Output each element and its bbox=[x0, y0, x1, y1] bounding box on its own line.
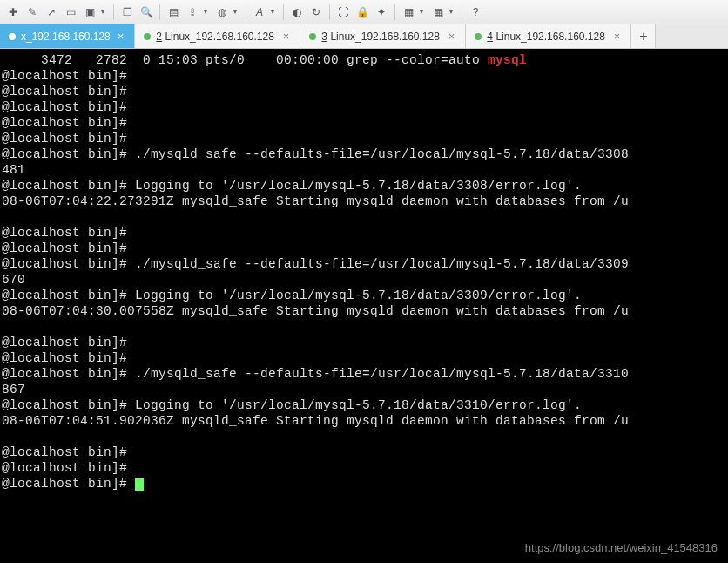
prompt-line: @localhost bin]# bbox=[2, 226, 135, 240]
prompt-line: @localhost bin]# bbox=[2, 100, 135, 114]
close-icon[interactable]: × bbox=[281, 30, 292, 43]
dropdown-icon[interactable]: ▾ bbox=[420, 8, 427, 16]
ps-output-line: 3472 2782 0 15:03 pts/0 00:00:00 grep --… bbox=[2, 53, 527, 67]
open-icon[interactable]: ▭ bbox=[63, 4, 78, 20]
tab-session-1[interactable]: x_192.168.160.128 × bbox=[0, 24, 135, 48]
status-dot-icon bbox=[144, 33, 151, 40]
pin-icon[interactable]: ✦ bbox=[374, 4, 389, 20]
output-line: 08-06T07:04:30.007558Z mysqld_safe Start… bbox=[2, 304, 629, 318]
tab-label: 3 Linux_192.168.160.128 bbox=[321, 31, 439, 43]
dropdown-icon[interactable]: ▾ bbox=[233, 8, 240, 16]
terminal-output[interactable]: 3472 2782 0 15:03 pts/0 00:00:00 grep --… bbox=[0, 49, 728, 563]
prompt-line: @localhost bin]# bbox=[2, 336, 135, 349]
status-dot-icon bbox=[9, 33, 16, 40]
output-line: @localhost bin]# Logging to '/usr/local/… bbox=[2, 179, 582, 193]
folder-icon[interactable]: ▤ bbox=[165, 4, 181, 20]
prompt-line: @localhost bin]# bbox=[2, 351, 135, 365]
tab-label: x_192.168.160.128 bbox=[21, 31, 111, 43]
refresh-icon[interactable]: ↻ bbox=[308, 4, 324, 20]
new-icon[interactable]: ✚ bbox=[5, 4, 21, 20]
separator bbox=[159, 4, 160, 20]
globe-icon[interactable]: ◍ bbox=[214, 4, 230, 20]
output-line: 08-06T07:04:51.902036Z mysqld_safe Start… bbox=[2, 414, 629, 428]
layout-icon[interactable]: ▦ bbox=[401, 4, 416, 20]
edit-icon[interactable]: ✎ bbox=[24, 4, 40, 20]
tab-session-3[interactable]: 3 Linux_192.168.160.128 × bbox=[300, 24, 466, 48]
lock-icon[interactable]: 🔒 bbox=[354, 4, 370, 20]
dropdown-icon[interactable]: ▾ bbox=[449, 8, 456, 16]
search-icon[interactable]: 🔍 bbox=[138, 4, 154, 20]
close-icon[interactable]: × bbox=[447, 30, 457, 43]
add-tab-button[interactable]: + bbox=[631, 24, 656, 48]
prompt-line: @localhost bin]# bbox=[2, 477, 144, 491]
separator bbox=[113, 4, 114, 20]
status-dot-icon bbox=[309, 33, 316, 40]
separator bbox=[283, 4, 284, 20]
dropdown-icon[interactable]: ▾ bbox=[101, 8, 108, 16]
terminal-cursor bbox=[135, 478, 144, 491]
prompt-line: @localhost bin]# bbox=[2, 461, 135, 475]
help-icon[interactable]: ? bbox=[468, 4, 483, 20]
output-line: 08-06T07:04:22.273291Z mysqld_safe Start… bbox=[2, 194, 629, 208]
tab-label: 2 Linux_192.168.160.128 bbox=[156, 31, 273, 43]
close-icon[interactable]: × bbox=[116, 30, 126, 43]
dropdown-icon[interactable]: ▾ bbox=[271, 8, 278, 16]
export-icon[interactable]: ⇪ bbox=[185, 4, 200, 20]
command-line: @localhost bin]# ./mysqld_safe --default… bbox=[2, 367, 629, 381]
expand-icon[interactable]: ⛶ bbox=[335, 4, 351, 20]
tab-session-2[interactable]: 2 Linux_192.168.160.128 × bbox=[135, 24, 300, 48]
gauge-icon[interactable]: ◐ bbox=[289, 4, 305, 20]
prompt-line: @localhost bin]# bbox=[2, 116, 135, 130]
tab-session-4[interactable]: 4 Linux_192.168.160.128 × bbox=[466, 24, 631, 48]
grep-highlight: mysql bbox=[488, 53, 527, 67]
close-icon[interactable]: × bbox=[612, 30, 623, 43]
watermark: https://blog.csdn.net/weixin_41548316 bbox=[525, 541, 718, 554]
prompt-line: @localhost bin]# bbox=[2, 132, 135, 146]
separator bbox=[394, 4, 395, 20]
nav-icon[interactable]: ↗ bbox=[44, 4, 59, 20]
font-icon[interactable]: A bbox=[252, 4, 267, 20]
separator bbox=[246, 4, 246, 20]
prompt-line: @localhost bin]# bbox=[2, 85, 135, 98]
separator bbox=[329, 4, 330, 20]
toolbar: ✚ ✎ ↗ ▭ ▣▾ ❐ 🔍 ▤ ⇪▾ ◍▾ A▾ ◐ ↻ ⛶ 🔒 ✦ ▦▾ ▦… bbox=[0, 0, 728, 24]
output-line: 867 bbox=[2, 383, 25, 397]
output-line: 481 bbox=[2, 163, 25, 177]
prompt-line: @localhost bin]# bbox=[2, 445, 135, 459]
output-line: 670 bbox=[2, 273, 25, 287]
separator bbox=[462, 4, 462, 20]
prompt-line: @localhost bin]# bbox=[2, 69, 135, 83]
dropdown-icon[interactable]: ▾ bbox=[204, 8, 211, 16]
grid-icon[interactable]: ▦ bbox=[430, 4, 446, 20]
copy-icon[interactable]: ❐ bbox=[119, 4, 135, 20]
output-line: @localhost bin]# Logging to '/usr/local/… bbox=[2, 398, 582, 412]
status-dot-icon bbox=[475, 33, 482, 40]
output-line: @localhost bin]# Logging to '/usr/local/… bbox=[2, 288, 582, 302]
box-icon[interactable]: ▣ bbox=[82, 4, 98, 20]
command-line: @localhost bin]# ./mysqld_safe --default… bbox=[2, 147, 629, 161]
command-line: @localhost bin]# ./mysqld_safe --default… bbox=[2, 257, 629, 271]
prompt-line: @localhost bin]# bbox=[2, 241, 135, 255]
tab-bar: x_192.168.160.128 × 2 Linux_192.168.160.… bbox=[0, 24, 728, 49]
tab-label: 4 Linux_192.168.160.128 bbox=[487, 31, 604, 43]
